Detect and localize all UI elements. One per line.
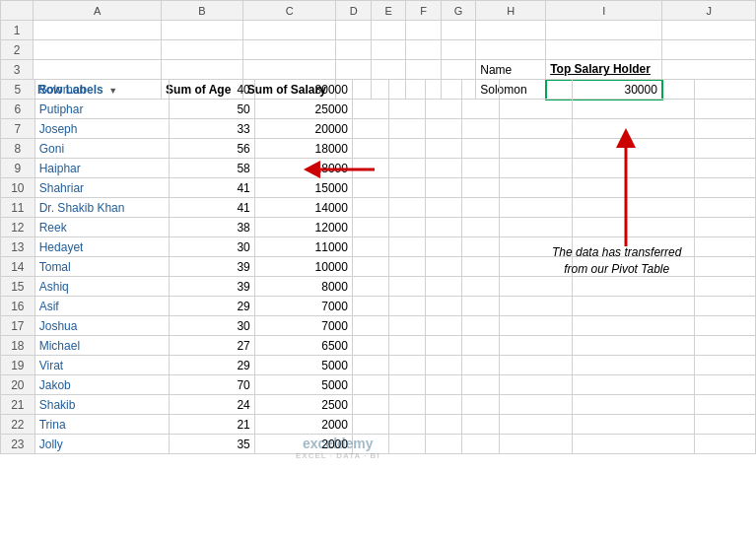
pivot-row: 5Solomon4030000: [1, 80, 756, 100]
col-header-A: A: [34, 1, 162, 21]
pivot-age: 39: [170, 257, 255, 277]
pivot-name: Asif: [34, 297, 169, 316]
row-1: 1: [1, 21, 756, 40]
pivot-row: 8Goni5618000: [1, 139, 756, 159]
pivot-name: Jolly: [34, 435, 169, 454]
col-header-G: G: [441, 1, 475, 21]
pivot-age: 38: [170, 218, 255, 237]
pivot-row: 13Hedayet3011000: [1, 237, 756, 257]
pivot-row: 12Reek3812000: [1, 218, 756, 237]
pivot-age: 70: [170, 375, 255, 395]
row-num: 19: [1, 356, 35, 375]
pivot-salary: 2000: [254, 415, 352, 435]
pivot-age: 58: [170, 159, 255, 178]
pivot-age: 30: [170, 237, 255, 257]
row-num: 15: [1, 277, 35, 297]
pivot-age: 35: [170, 435, 255, 454]
col-header-C: C: [242, 1, 336, 21]
pivot-row: 18Michael276500: [1, 336, 756, 356]
pivot-name: Michael: [34, 336, 169, 356]
pivot-data-table: 5Solomon40300006Putiphar50250007Joseph33…: [0, 79, 756, 454]
pivot-name: Tomal: [34, 257, 169, 277]
pivot-salary: 7000: [254, 297, 352, 316]
pivot-name: Shakib: [34, 395, 169, 415]
pivot-salary: 2000: [254, 435, 352, 454]
pivot-age: 56: [170, 139, 255, 159]
pivot-salary: 25000: [254, 100, 352, 119]
pivot-age: 39: [170, 277, 255, 297]
pivot-age: 29: [170, 356, 255, 375]
pivot-row: 9Haiphar5818000: [1, 159, 756, 178]
row-num: 8: [1, 139, 35, 159]
pivot-name: Ashiq: [34, 277, 169, 297]
pivot-age: 40: [170, 80, 255, 100]
col-header-F: F: [406, 1, 441, 21]
pivot-name: Haiphar: [34, 159, 169, 178]
row-num: 11: [1, 198, 35, 218]
row-num: 5: [1, 80, 35, 100]
pivot-name: Hedayet: [34, 237, 169, 257]
pivot-salary: 12000: [254, 218, 352, 237]
pivot-row: 7Joseph3320000: [1, 119, 756, 139]
pivot-row: 16Asif297000: [1, 297, 756, 316]
pivot-row: 11Dr. Shakib Khan4114000: [1, 198, 756, 218]
row-num: 17: [1, 316, 35, 336]
pivot-row: 17Joshua307000: [1, 316, 756, 336]
pivot-age: 50: [170, 100, 255, 119]
pivot-salary: 15000: [254, 178, 352, 198]
pivot-age: 41: [170, 198, 255, 218]
pivot-row: 22Trina212000: [1, 415, 756, 435]
pivot-age: 27: [170, 336, 255, 356]
pivot-row: 20Jakob705000: [1, 375, 756, 395]
pivot-salary: 6500: [254, 336, 352, 356]
pivot-name: Shahriar: [34, 178, 169, 198]
col-header-D: D: [336, 1, 371, 21]
row-num: 20: [1, 375, 35, 395]
pivot-row: 23Jolly352000: [1, 435, 756, 454]
pivot-age: 33: [170, 119, 255, 139]
pivot-salary: 11000: [254, 237, 352, 257]
row-num: 1: [1, 21, 34, 40]
row-num: 9: [1, 159, 35, 178]
pivot-salary: 10000: [254, 257, 352, 277]
pivot-name: Joseph: [34, 119, 169, 139]
row-num: 13: [1, 237, 35, 257]
col-header-J: J: [662, 1, 756, 21]
pivot-age: 41: [170, 178, 255, 198]
pivot-age: 30: [170, 316, 255, 336]
pivot-salary: 8000: [254, 277, 352, 297]
pivot-name: Reek: [34, 218, 169, 237]
pivot-row: 21Shakib242500: [1, 395, 756, 415]
col-header-I: I: [546, 1, 662, 21]
pivot-name: Jakob: [34, 375, 169, 395]
top-salary-header: Top Salary Holder: [546, 60, 662, 80]
row-num: 12: [1, 218, 35, 237]
row-num: 6: [1, 100, 35, 119]
pivot-salary: 14000: [254, 198, 352, 218]
pivot-salary: 18000: [254, 139, 352, 159]
pivot-name: Trina: [34, 415, 169, 435]
pivot-name: Virat: [34, 356, 169, 375]
row-num-header: [1, 1, 34, 21]
pivot-salary: 30000: [254, 80, 352, 100]
row-3: 3 Name Top Salary Holder: [1, 60, 756, 80]
pivot-row: 10Shahriar4115000: [1, 178, 756, 198]
pivot-salary: 18000: [254, 159, 352, 178]
row-num: 7: [1, 119, 35, 139]
row-num: 14: [1, 257, 35, 277]
row-num: 21: [1, 395, 35, 415]
pivot-salary: 5000: [254, 356, 352, 375]
row-num: 22: [1, 415, 35, 435]
row-2: 2: [1, 40, 756, 60]
pivot-name: Dr. Shakib Khan: [34, 198, 169, 218]
pivot-age: 24: [170, 395, 255, 415]
col-header-B: B: [162, 1, 243, 21]
col-header-H: H: [476, 1, 546, 21]
pivot-row: 14Tomal3910000: [1, 257, 756, 277]
pivot-name: Joshua: [34, 316, 169, 336]
pivot-salary: 2500: [254, 395, 352, 415]
row-num: 23: [1, 435, 35, 454]
pivot-row: 6Putiphar5025000: [1, 100, 756, 119]
row-num: 16: [1, 297, 35, 316]
pivot-age: 21: [170, 415, 255, 435]
